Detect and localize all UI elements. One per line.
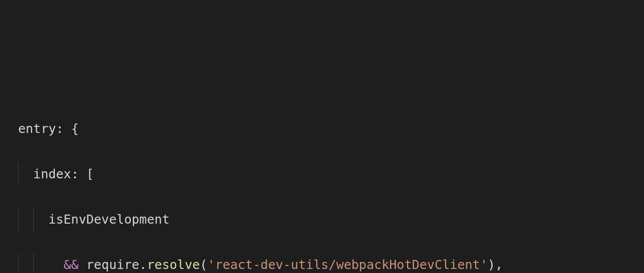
property-index: index bbox=[33, 167, 71, 181]
identifier: isEnvDevelopment bbox=[48, 212, 170, 227]
dot: . bbox=[139, 257, 147, 272]
code-line: index: [ bbox=[18, 163, 644, 185]
paren-close: ) bbox=[488, 257, 495, 272]
indent bbox=[18, 257, 63, 272]
indent bbox=[18, 167, 33, 181]
colon: : bbox=[71, 167, 86, 181]
brace-open: { bbox=[71, 121, 78, 136]
operator-and: && bbox=[63, 257, 78, 272]
indent-guide bbox=[18, 208, 19, 231]
colon: : bbox=[56, 121, 71, 136]
identifier-require: require bbox=[86, 257, 139, 272]
method-resolve: resolve bbox=[147, 257, 200, 272]
indent-guide bbox=[18, 163, 19, 185]
indent-guide bbox=[33, 208, 34, 231]
bracket-open: [ bbox=[86, 167, 94, 181]
code-line: isEnvDevelopment bbox=[18, 208, 644, 231]
indent-guide bbox=[18, 253, 19, 273]
code-line: entry: { bbox=[18, 117, 644, 140]
property-entry: entry bbox=[18, 121, 56, 136]
string-literal: 'react-dev-utils/webpackHotDevClient' bbox=[207, 257, 488, 272]
comma: , bbox=[495, 257, 503, 272]
paren-open: ( bbox=[200, 257, 207, 272]
code-line: && require.resolve('react-dev-utils/webp… bbox=[18, 253, 644, 273]
space bbox=[78, 257, 86, 272]
code-editor[interactable]: entry: { index: [ isEnvDevelopment && re… bbox=[0, 95, 644, 273]
indent-guide bbox=[33, 253, 34, 273]
